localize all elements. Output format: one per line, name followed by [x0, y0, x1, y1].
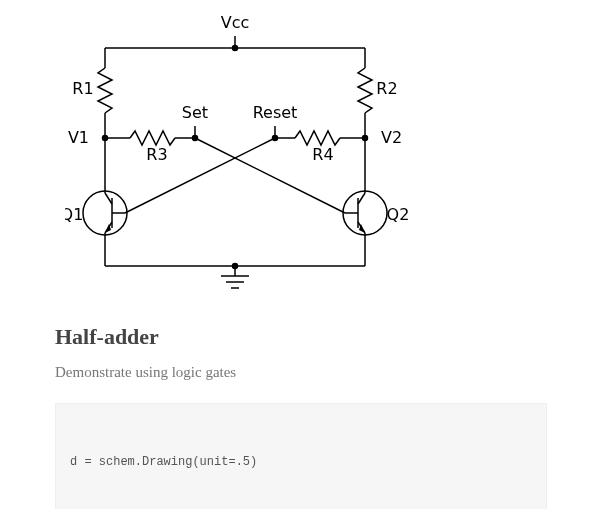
label-v2: V2 [381, 128, 402, 147]
label-q1: Q1 [65, 205, 83, 224]
label-r4: R4 [312, 145, 333, 164]
label-r3: R3 [146, 145, 167, 164]
label-reset: Reset [253, 103, 298, 122]
circuit-schematic: Vcc R1 R2 V1 V2 [65, 8, 547, 302]
label-q2: Q2 [387, 205, 410, 224]
label-set: Set [182, 103, 208, 122]
label-r2: R2 [376, 79, 397, 98]
label-vcc: Vcc [221, 13, 250, 32]
section-subtitle: Demonstrate using logic gates [55, 364, 547, 381]
label-v1: V1 [68, 128, 89, 147]
svg-line-29 [358, 193, 365, 204]
code-block: d = schem.Drawing(unit=.5) S = d.add(l.X… [55, 403, 547, 509]
code-line: d = schem.Drawing(unit=.5) [70, 453, 532, 472]
svg-line-23 [105, 193, 112, 204]
section-heading: Half-adder [55, 324, 547, 350]
label-r1: R1 [72, 79, 93, 98]
